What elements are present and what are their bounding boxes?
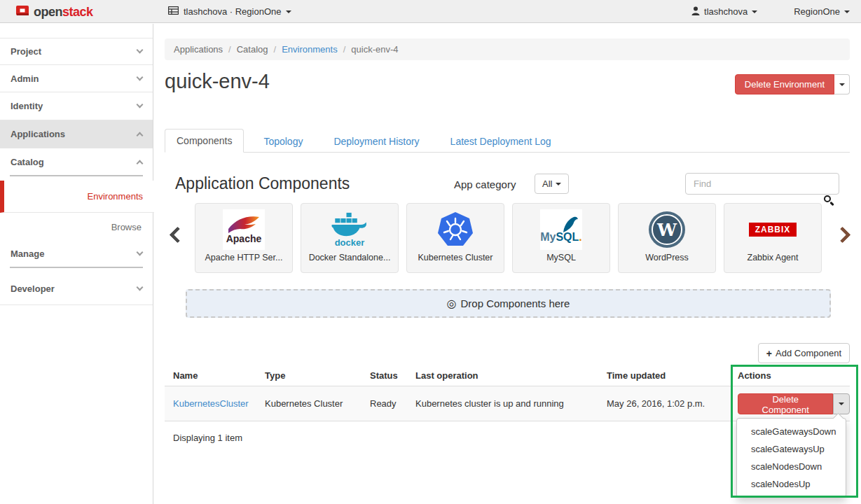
page-title: quick-env-4 xyxy=(165,70,270,93)
carousel-next-button[interactable] xyxy=(834,226,850,243)
component-time-updated: May 26, 2016, 1:02 p.m. xyxy=(607,398,738,409)
tile-docker-standalone[interactable]: docker Docker Standalone... xyxy=(301,203,399,273)
component-type: Kubernetes Cluster xyxy=(265,398,370,409)
tab-deployment-history[interactable]: Deployment History xyxy=(322,130,430,153)
tile-label: Kubernetes Cluster xyxy=(418,253,493,262)
top-navbar: openstack tlashchova · RegionOne xyxy=(0,0,861,23)
navbar-right: tlashchova RegionOne xyxy=(691,0,850,23)
sidebar-item-browse[interactable]: Browse xyxy=(0,213,153,241)
openstack-logo[interactable]: openstack xyxy=(15,4,93,20)
sidebar-item-applications[interactable]: Applications xyxy=(0,120,153,148)
chevron-down-icon xyxy=(137,249,144,256)
project-region-label: tlashchova · RegionOne xyxy=(184,6,281,17)
kubernetes-icon xyxy=(436,209,474,250)
table-header-row: Name Type Status Last operation Time upd… xyxy=(165,365,850,386)
header-status: Status xyxy=(370,370,415,381)
sidebar: Project Admin Identity Applications Cata… xyxy=(0,24,153,504)
sidebar-item-admin[interactable]: Admin xyxy=(0,65,153,92)
docker-icon: docker xyxy=(331,209,368,250)
chevron-down-icon xyxy=(137,102,144,108)
tile-kubernetes-cluster[interactable]: Kubernetes Cluster xyxy=(406,203,504,273)
header-name: Name xyxy=(165,370,265,381)
tile-label: Apache HTTP Ser... xyxy=(205,253,283,262)
component-status: Ready xyxy=(370,398,415,409)
tile-mysql[interactable]: MySQL. MySQL xyxy=(512,203,610,273)
tile-wordpress[interactable]: W WordPress xyxy=(618,203,716,273)
component-name-link[interactable]: KubernetesCluster xyxy=(173,398,249,409)
app-category-dropdown[interactable]: All xyxy=(535,174,569,194)
header-type: Type xyxy=(265,370,370,381)
tile-label: MySQL xyxy=(546,253,576,262)
component-action-group: Delete Component xyxy=(738,393,850,414)
menu-item-scale-gateways-down[interactable]: scaleGatewaysDown xyxy=(737,423,846,440)
chevron-down-icon xyxy=(137,74,144,80)
header-last-operation: Last operation xyxy=(415,370,607,381)
project-region-switcher[interactable]: tlashchova · RegionOne xyxy=(168,0,291,23)
sidebar-item-developer[interactable]: Developer xyxy=(0,273,153,305)
tab-topology[interactable]: Topology xyxy=(252,130,314,153)
component-tiles: Apache Apache HTTP Ser... docker Docker … xyxy=(195,203,822,273)
caret-down-icon xyxy=(839,83,845,86)
plus-icon: + xyxy=(766,348,772,359)
sidebar-item-catalog[interactable]: Catalog xyxy=(0,148,153,175)
find-input[interactable] xyxy=(685,173,839,195)
tab-latest-deployment-log[interactable]: Latest Deployment Log xyxy=(439,130,563,153)
carousel-previous-button[interactable] xyxy=(169,226,186,243)
search-icon[interactable] xyxy=(824,195,831,202)
delete-environment-button[interactable]: Delete Environment xyxy=(735,74,834,94)
sidebar-top-strip xyxy=(0,24,153,38)
tab-bar: Components Topology Deployment History L… xyxy=(165,130,850,153)
section-heading: Application Components xyxy=(175,174,350,193)
drop-zone-label: Drop Components here xyxy=(461,298,570,309)
breadcrumb-environments-link[interactable]: Environments xyxy=(282,44,337,55)
menu-item-scale-nodes-down[interactable]: scaleNodesDown xyxy=(737,458,846,475)
tile-apache-http-server[interactable]: Apache Apache HTTP Ser... xyxy=(195,203,293,273)
table-list-icon xyxy=(168,6,179,17)
openstack-cube-icon xyxy=(15,4,29,20)
chevron-down-icon xyxy=(844,10,850,13)
app-category-label: App category xyxy=(454,178,516,190)
user-icon xyxy=(691,6,700,18)
sidebar-item-project[interactable]: Project xyxy=(0,38,153,65)
delete-environment-dropdown-toggle[interactable] xyxy=(834,74,850,94)
chevron-down-icon xyxy=(137,47,144,54)
region-menu[interactable]: RegionOne xyxy=(794,6,850,17)
table-row: KubernetesCluster Kubernetes Cluster Rea… xyxy=(165,386,850,421)
wordpress-icon: W xyxy=(648,209,686,250)
tile-label: WordPress xyxy=(645,253,689,262)
bullseye-icon: ◎ xyxy=(447,297,457,310)
sidebar-item-environments[interactable]: Environments xyxy=(0,181,154,213)
component-last-operation: Kubernetes cluster is up and running xyxy=(415,398,607,409)
user-menu[interactable]: tlashchova xyxy=(691,6,757,18)
tile-zabbix-agent[interactable]: ZABBIX Zabbix Agent xyxy=(724,203,822,273)
zabbix-icon: ZABBIX xyxy=(749,209,797,250)
chevron-down-icon xyxy=(752,10,757,13)
region-name: RegionOne xyxy=(794,6,840,17)
mysql-icon: MySQL. xyxy=(540,209,582,250)
delete-component-button[interactable]: Delete Component xyxy=(738,393,833,414)
header-time-updated: Time updated xyxy=(607,370,738,381)
tile-label: Docker Standalone... xyxy=(309,253,391,262)
menu-item-scale-nodes-up[interactable]: scaleNodesUp xyxy=(737,475,846,493)
breadcrumb-catalog[interactable]: Catalog xyxy=(237,44,268,55)
delete-environment-group: Delete Environment xyxy=(735,74,850,94)
sidebar-item-manage[interactable]: Manage xyxy=(0,241,153,267)
drop-components-zone[interactable]: ◎ Drop Components here xyxy=(186,289,831,318)
tab-components[interactable]: Components xyxy=(165,129,244,153)
component-actions-dropdown-toggle[interactable] xyxy=(833,393,850,414)
breadcrumb: Applications / Catalog / Environments / … xyxy=(165,38,850,60)
brand-text: openstack xyxy=(34,5,93,20)
chevron-up-icon xyxy=(137,132,144,139)
caret-down-icon xyxy=(556,183,561,186)
add-component-button[interactable]: + Add Component xyxy=(758,343,850,363)
breadcrumb-current: quick-env-4 xyxy=(351,44,398,55)
caret-down-icon xyxy=(839,402,844,405)
tile-label: Zabbix Agent xyxy=(748,253,799,262)
user-name: tlashchova xyxy=(704,6,748,17)
openstack-dashboard: openstack tlashchova · RegionOne xyxy=(0,0,861,504)
sidebar-item-identity[interactable]: Identity xyxy=(0,92,153,120)
menu-item-scale-gateways-up[interactable]: scaleGatewaysUp xyxy=(737,440,846,458)
breadcrumb-applications[interactable]: Applications xyxy=(174,44,223,55)
chevron-up-icon xyxy=(137,160,144,167)
apache-icon: Apache xyxy=(223,209,265,250)
